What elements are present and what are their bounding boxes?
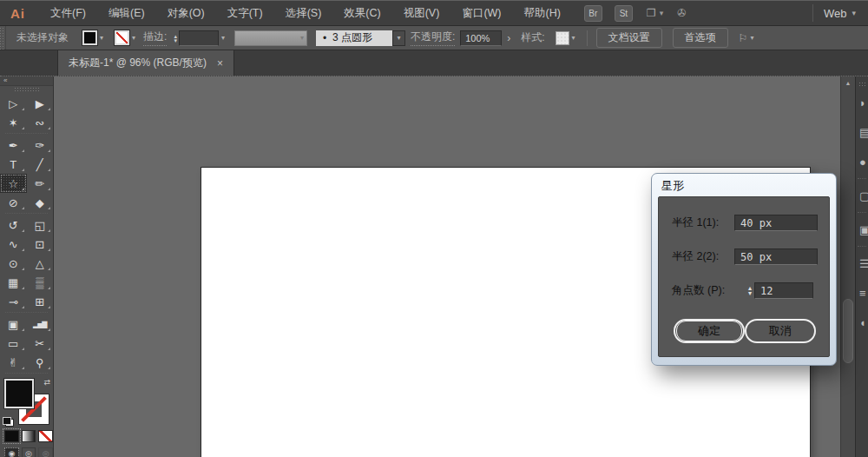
brush-dropdown-button[interactable]: ▾ — [392, 30, 405, 46]
stock-button[interactable]: St — [615, 5, 633, 22]
menu-item-effect[interactable]: 效果(C) — [332, 1, 391, 25]
graphic-style-swatch[interactable] — [556, 31, 569, 45]
stepper-down-icon[interactable]: ▾ — [174, 38, 177, 43]
curvature-tool[interactable]: ✑ — [27, 136, 54, 155]
toolbar-drag-handle[interactable] — [14, 87, 39, 93]
dock-panel-icon[interactable]: ● — [856, 147, 868, 176]
opacity-input[interactable] — [460, 30, 502, 46]
dock-panel-icon[interactable]: ▣ — [856, 215, 868, 244]
menu-item-type[interactable]: 文字(T) — [216, 1, 274, 25]
stroke-weight-stepper[interactable]: ▴ ▾ — [174, 34, 177, 43]
document-setup-button[interactable]: 文档设置 — [596, 28, 662, 48]
dock-panel-icon[interactable]: ▤ — [856, 117, 868, 147]
dock-panel-icon[interactable]: ▢ — [856, 181, 868, 210]
chevron-down-icon[interactable]: ▾ — [221, 34, 225, 42]
eraser-tool[interactable]: ◆ — [27, 193, 54, 212]
menu-item-object[interactable]: 对象(O) — [156, 1, 216, 25]
menu-item-help[interactable]: 帮助(H) — [513, 1, 572, 25]
chevron-down-icon: ▾ — [397, 34, 400, 42]
radius1-row: 半径 1(1): — [672, 215, 818, 231]
draw-normal-button[interactable]: ◉ — [4, 447, 19, 457]
preferences-button[interactable]: 首选项 — [673, 28, 728, 48]
chevron-down-icon[interactable]: ▾ — [132, 34, 135, 42]
chevron-down-icon[interactable]: ▾ — [100, 34, 103, 42]
radius2-label: 半径 2(2): — [672, 249, 734, 264]
selection-tool[interactable]: ▷ — [0, 94, 27, 113]
slice-tool[interactable]: ✂ — [27, 334, 54, 353]
type-tool[interactable]: T — [0, 155, 27, 174]
symbol-sprayer-tool[interactable]: ▣ — [0, 315, 27, 334]
stroke-panel-link[interactable]: 描边: — [143, 30, 167, 46]
menu-item-view[interactable]: 视图(V) — [392, 1, 451, 25]
menu-item-window[interactable]: 窗口(W) — [450, 1, 512, 25]
hand-tool[interactable]: ✌ — [0, 353, 27, 372]
perspective-grid-tool[interactable]: △ — [27, 254, 54, 273]
bridge-button[interactable]: Br — [584, 5, 602, 22]
opacity-expand-icon[interactable]: › — [507, 32, 510, 44]
close-icon[interactable]: × — [217, 57, 223, 70]
workspace-switcher[interactable]: Web — [824, 7, 847, 20]
dock-panel-icon[interactable]: ◖ — [856, 308, 868, 337]
default-fill-stroke-icon[interactable] — [3, 417, 14, 427]
opacity-link[interactable]: 不透明度: — [411, 30, 455, 46]
stroke-color-swatch[interactable] — [115, 30, 129, 45]
artboard-tool[interactable]: ▭ — [0, 334, 27, 353]
paintbrush-tool[interactable]: ✏ — [27, 174, 54, 193]
width-tool[interactable]: ∿ — [0, 235, 27, 254]
mesh-tool[interactable]: ▦ — [0, 273, 27, 292]
direct-selection-tool[interactable]: ▶ — [27, 94, 54, 113]
brush-definition-field[interactable]: • 3 点圆形 — [316, 30, 392, 46]
menu-item-select[interactable]: 选择(S) — [274, 1, 333, 25]
document-tab[interactable]: 未标题-1* @ 96% (RGB/预览) × — [57, 50, 234, 76]
arrange-documents-icon[interactable]: ❐ — [647, 7, 656, 19]
control-bar-grip[interactable] — [0, 26, 6, 50]
cancel-button[interactable]: 取消 — [745, 319, 816, 343]
vertical-scrollbar[interactable]: ▲ — [840, 76, 855, 457]
scrollbar-thumb[interactable] — [843, 299, 853, 363]
zoom-tool[interactable]: ⚲ — [27, 353, 54, 372]
shape-builder-tool[interactable]: ⊙ — [0, 254, 27, 273]
dock-panel-icon[interactable]: ☰ — [856, 248, 868, 278]
dock-panel-icon[interactable]: ◗ — [856, 88, 868, 117]
radius2-input[interactable] — [734, 248, 818, 265]
stepper-down-icon[interactable]: ▾ — [748, 291, 752, 296]
scale-tool[interactable]: ◱ — [27, 215, 54, 235]
none-button[interactable] — [38, 430, 53, 442]
points-stepper[interactable]: ▴ ▾ — [748, 286, 752, 296]
chevron-down-icon[interactable]: ▾ — [572, 34, 575, 42]
gradient-tool[interactable]: ▒ — [27, 273, 54, 292]
fill-color-swatch[interactable] — [82, 30, 97, 45]
chevron-down-icon[interactable]: ▾ — [660, 9, 664, 17]
radius1-input[interactable] — [734, 215, 818, 231]
line-segment-tool[interactable]: ╱ — [27, 155, 54, 174]
magic-wand-tool[interactable]: ✶ — [0, 113, 27, 132]
blend-tool[interactable]: ⊞ — [27, 292, 54, 311]
points-input[interactable] — [754, 282, 813, 299]
dock-panel-icon[interactable]: ≡ — [856, 278, 868, 308]
chevron-down-icon[interactable]: ▾ — [750, 34, 753, 42]
pen-tool[interactable]: ✒ — [0, 136, 27, 155]
color-button[interactable] — [4, 430, 19, 442]
shaper-tool[interactable]: ⊘ — [0, 193, 27, 212]
ok-button[interactable]: 确定 — [674, 319, 745, 343]
menu-item-edit[interactable]: 编辑(E) — [97, 1, 156, 25]
stroke-weight-field[interactable] — [179, 30, 219, 46]
menu-item-file[interactable]: 文件(F) — [39, 1, 97, 25]
dock-drag-handle[interactable] — [858, 82, 865, 86]
scroll-up-icon[interactable]: ▲ — [841, 76, 855, 89]
chevron-down-icon[interactable]: ▾ — [852, 9, 856, 17]
swap-fill-stroke-icon[interactable]: ⇄ — [43, 378, 50, 387]
column-graph-tool[interactable]: ▂▅▇ — [27, 315, 54, 334]
panel-options-icon[interactable]: ⚐ — [739, 32, 748, 44]
fill-proxy-swatch[interactable] — [4, 379, 34, 408]
star-tool[interactable]: ☆ — [0, 174, 27, 193]
collapse-panel-icon[interactable]: « — [0, 76, 53, 86]
dialog-titlebar[interactable]: 星形 — [652, 174, 836, 196]
free-transform-tool[interactable]: ⊡ — [27, 235, 54, 254]
lasso-tool[interactable]: ∾ — [27, 113, 54, 132]
rotate-tool[interactable]: ↺ — [0, 215, 27, 235]
eyedropper-tool[interactable]: ⊸ — [0, 292, 27, 311]
touch-workspace-icon[interactable]: ✇ — [677, 7, 686, 19]
draw-behind-button[interactable]: ◎ — [22, 447, 36, 457]
gradient-button[interactable] — [22, 430, 36, 442]
